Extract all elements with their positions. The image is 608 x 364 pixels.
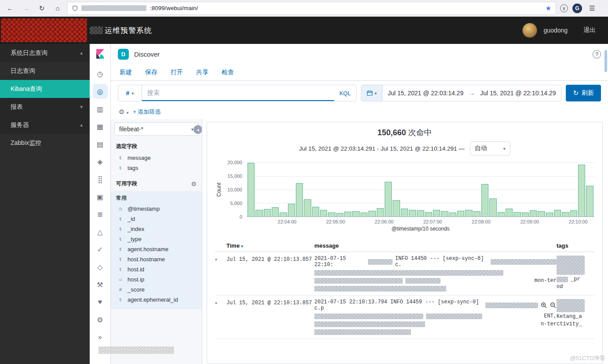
field-item-message[interactable]: tmessage	[114, 153, 198, 163]
dev-tools-icon[interactable]: ⚒	[93, 277, 108, 292]
field-item-tags[interactable]: ttags	[114, 163, 198, 173]
field-name: agent.ephemeral_id	[127, 296, 178, 303]
menu-link[interactable]: 新建	[120, 68, 132, 76]
collapse-fields-panel-button[interactable]: ◂	[193, 125, 202, 134]
field-item-_index[interactable]: t_index	[114, 224, 198, 234]
apm-icon[interactable]: △	[93, 224, 108, 239]
zoom-out-icon[interactable]	[550, 302, 557, 309]
redacted-text	[405, 278, 441, 284]
page: ← → ↻ ⌂ :8099/webui/main/ ★ ∨ G ☰ 运维预警系统…	[0, 0, 608, 364]
table-header: Time▾ message tags	[215, 240, 594, 252]
reload-icon[interactable]: ↻	[36, 3, 47, 14]
help-icon[interactable]: ?	[593, 50, 601, 58]
machine-learning-icon[interactable]: ⣿	[93, 172, 108, 187]
y-axis-ticks: 05,00010,00015,00020,000	[223, 162, 247, 217]
pocket-icon[interactable]: ∨	[560, 4, 568, 12]
collapse-menu-icon[interactable]: »	[93, 330, 108, 345]
sidebar-item-报表[interactable]: 报表▾	[0, 98, 90, 116]
histogram-plot[interactable]	[247, 162, 594, 217]
shield-icon[interactable]	[72, 5, 78, 11]
field-item-host.hostname[interactable]: thost.hostname	[114, 254, 198, 264]
tags-cell: Ketang_a ctivity_	[557, 299, 594, 335]
app-logo-redacted	[1, 18, 87, 42]
field-item-agent.ephemeral_id[interactable]: tagent.ephemeral_id	[114, 295, 198, 305]
menu-link[interactable]: 打开	[171, 68, 183, 76]
visualize-icon[interactable]: ▥	[93, 101, 108, 116]
sidebar-item-Kibana查询[interactable]: Kibana查询	[0, 80, 90, 98]
forward-icon[interactable]: →	[20, 3, 32, 14]
date-to[interactable]: Jul 15, 2021 @ 22:10:14.29	[475, 90, 561, 97]
home-icon[interactable]: ⌂	[52, 3, 63, 14]
discover-main: 150,660 次命中 Jul 15, 2021 @ 22:03:14.291 …	[202, 119, 608, 364]
logout-button[interactable]: 退出	[583, 26, 596, 34]
query-prefix-button[interactable]: #▾	[118, 85, 142, 101]
back-icon[interactable]: ←	[4, 3, 16, 14]
field-item-_score[interactable]: #_score	[114, 285, 198, 295]
refresh-button[interactable]: ↻ 刷新	[566, 85, 601, 101]
date-picker-button[interactable]: ▾	[361, 85, 382, 101]
search-input[interactable]	[142, 85, 334, 101]
chevron-up-icon: ▴	[80, 122, 83, 128]
zoom-in-icon[interactable]	[541, 302, 547, 309]
scrollbar-thumb[interactable]	[604, 50, 607, 72]
field-item-@timestamp[interactable]: ◷@timestamp	[114, 204, 198, 214]
index-pattern-select[interactable]: filebeat-* ▾	[114, 123, 198, 136]
expand-row-icon[interactable]: ▸	[215, 256, 226, 292]
management-icon[interactable]: ⚙	[93, 312, 108, 327]
canvas-icon[interactable]: ▤	[93, 137, 108, 151]
field-item-agent.hostname[interactable]: tagent.hostname	[114, 244, 198, 254]
user-avatar[interactable]	[522, 23, 537, 38]
histogram-bar	[513, 212, 521, 216]
url-bar[interactable]: :8099/webui/main/ ★	[68, 2, 556, 14]
sidebar-item-Zabbix监控[interactable]: Zabbix监控	[0, 134, 90, 152]
fields-settings-gear-icon[interactable]: ⚙	[191, 180, 197, 187]
filter-settings-gear-icon[interactable]: ⚙ ▾	[119, 108, 128, 116]
siem-icon[interactable]: ◇	[93, 259, 108, 274]
column-header-time[interactable]: Time▾	[226, 242, 314, 249]
sidebar-item-服务器[interactable]: 服务器▴	[0, 116, 90, 134]
field-item-_id[interactable]: t_id	[114, 214, 198, 224]
field-item-host.id[interactable]: thost.id	[114, 264, 198, 274]
bookmark-star-icon[interactable]: ★	[546, 4, 551, 12]
breadcrumb: D Discover ?	[111, 44, 608, 64]
metrics-icon[interactable]: ▣	[93, 189, 108, 204]
field-item-host.ip[interactable]: ▭host.ip	[114, 274, 198, 285]
recently-viewed-icon[interactable]: ◷	[93, 66, 108, 81]
histogram-bar	[530, 210, 537, 216]
field-name: message	[127, 155, 151, 161]
interval-select[interactable]: 自动 ▾	[470, 141, 510, 155]
logs-icon[interactable]: ≣	[93, 207, 108, 222]
dashboard-icon[interactable]: ▦	[93, 119, 108, 134]
url-text: :8099/webui/main/	[150, 5, 198, 11]
page-title: Discover	[134, 50, 160, 58]
field-item-_type[interactable]: t_type	[114, 234, 198, 244]
redacted-text	[314, 278, 403, 284]
sidebar-item-日志查询[interactable]: 日志查询	[0, 62, 90, 80]
uptime-icon[interactable]: ✓	[93, 242, 108, 257]
histogram-bar	[433, 210, 440, 216]
time-cell: Jul 15, 2021 @ 22:10:13.857	[226, 256, 314, 292]
x-axis-title: @timestamp/10 seconds	[247, 226, 594, 234]
table-row: ▸ Jul 15, 2021 @ 22:10:13.857 2021-07-15…	[215, 252, 594, 296]
menu-link[interactable]: 保存	[145, 68, 157, 76]
histogram-bar	[441, 211, 448, 216]
browser-profile-avatar[interactable]: G	[572, 4, 582, 13]
maps-icon[interactable]: ◈	[93, 154, 108, 169]
menu-hamburger-icon[interactable]: ☰	[586, 3, 598, 14]
redacted-text	[314, 270, 503, 276]
redacted-text	[314, 286, 446, 292]
watermark: @51CTO博客	[570, 354, 605, 362]
field-name: agent.hostname	[127, 246, 168, 252]
y-tick-label: 20,000	[227, 160, 242, 165]
expand-row-icon[interactable]: ▸	[215, 299, 226, 335]
kql-button[interactable]: KQL	[334, 90, 356, 97]
histogram-bar	[360, 213, 368, 216]
menu-link[interactable]: 共享	[196, 68, 208, 76]
add-filter-link[interactable]: + 添加筛选	[133, 108, 160, 116]
sidebar-item-系统日志查询[interactable]: 系统日志查询▴	[0, 44, 90, 62]
menu-link[interactable]: 检查	[222, 68, 234, 76]
discover-icon[interactable]: ◎	[93, 84, 108, 99]
histogram-bar	[304, 199, 311, 216]
date-from[interactable]: Jul 15, 2021 @ 22:03:14.29	[382, 90, 469, 97]
stack-monitoring-icon[interactable]: ♥	[93, 295, 108, 310]
